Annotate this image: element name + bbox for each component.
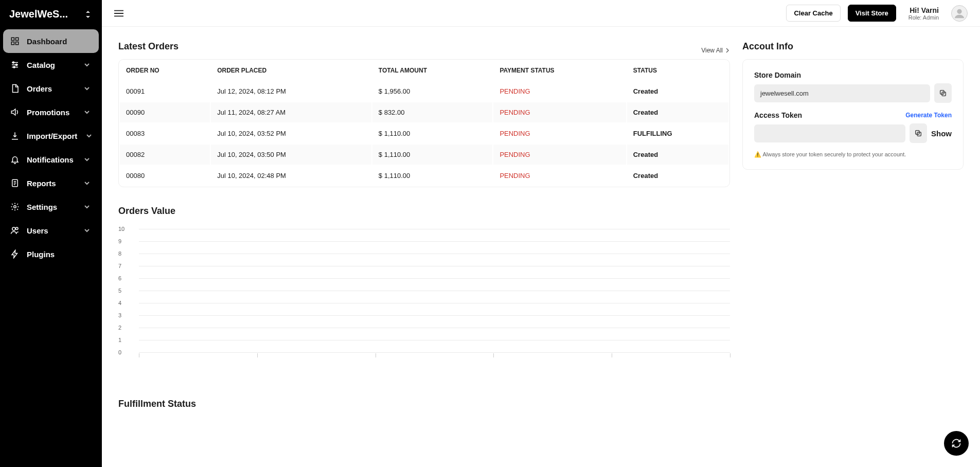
chevron-down-icon: [84, 131, 94, 140]
copy-domain-button[interactable]: [934, 83, 952, 103]
access-token-value: [754, 124, 905, 142]
cell-placed: Jul 10, 2024, 02:48 PM: [211, 166, 371, 186]
chart-gridline: [139, 254, 730, 254]
svg-point-4: [13, 62, 14, 63]
nav-list: DashboardCatalogOrdersPromotionsImport/E…: [3, 29, 99, 266]
sidebar-item-orders[interactable]: Orders: [3, 77, 99, 100]
orders-table: ORDER NOORDER PLACEDTOTAL AMOUNTPAYMENT …: [119, 60, 729, 187]
svg-point-8: [14, 206, 16, 208]
sidebar-item-label: Settings: [27, 203, 57, 211]
cell-order-no: 00082: [120, 145, 210, 165]
cell-payment: PENDING: [493, 145, 626, 165]
cell-payment: PENDING: [493, 166, 626, 186]
generate-token-link[interactable]: Generate Token: [905, 112, 952, 119]
sidebar-item-label: Dashboard: [27, 37, 67, 46]
account-info-card: Store Domain jewelwesell.com Access Toke…: [742, 59, 964, 170]
sidebar-item-label: Import/Export: [27, 132, 77, 140]
cell-amount: $ 832.00: [372, 102, 493, 122]
table-row[interactable]: 00091Jul 12, 2024, 08:12 PM$ 1,956.00PEN…: [120, 81, 728, 101]
chart-gridline: [139, 315, 730, 316]
view-all-link[interactable]: View All: [701, 47, 730, 54]
table-row[interactable]: 00083Jul 10, 2024, 03:52 PM$ 1,110.00PEN…: [120, 123, 728, 143]
dashboard-icon: [10, 37, 20, 46]
cell-order-no: 00090: [120, 102, 210, 122]
speaker-icon: [10, 107, 20, 117]
cell-order-no: 00091: [120, 81, 210, 101]
svg-point-5: [16, 64, 17, 66]
menu-icon[interactable]: [114, 9, 123, 18]
chevron-down-icon: [82, 178, 92, 188]
chevron-down-icon: [82, 60, 92, 69]
bolt-icon: [10, 249, 20, 259]
avatar[interactable]: [951, 5, 968, 22]
main: Clear Cache Visit Store Hi! Varni Role: …: [102, 0, 980, 467]
token-warning: ⚠️ Always store your token securely to p…: [754, 151, 952, 158]
right-column: Accout Info Store Domain jewelwesell.com…: [742, 41, 964, 170]
cell-status: Created: [627, 81, 728, 101]
chart-gridline: [139, 328, 730, 328]
sidebar-item-import-export[interactable]: Import/Export: [3, 124, 99, 148]
cell-status: FULFILLING: [627, 123, 728, 143]
store-domain-value: jewelwesell.com: [754, 84, 930, 102]
left-column: Latest Orders View All ORDER NOORDER PLA…: [118, 41, 730, 409]
sidebar-item-reports[interactable]: Reports: [3, 171, 99, 195]
chart-y-tick: 8: [118, 250, 121, 257]
svg-rect-0: [11, 38, 14, 40]
copy-icon: [914, 129, 922, 137]
visit-store-button[interactable]: Visit Store: [848, 5, 896, 22]
chart-y-tick: 2: [118, 325, 121, 331]
chart-y-tick: 0: [118, 349, 121, 355]
cell-payment: PENDING: [493, 123, 626, 143]
cell-payment: PENDING: [493, 102, 626, 122]
sidebar-item-label: Reports: [27, 179, 56, 188]
orders-value-title: Orders Value: [118, 206, 730, 217]
bell-icon: [10, 155, 20, 164]
chart-x-tick: [376, 353, 376, 357]
orders-value-chart: 012345678910: [118, 224, 730, 357]
table-row[interactable]: 00080Jul 10, 2024, 02:48 PM$ 1,110.00PEN…: [120, 166, 728, 186]
cell-placed: Jul 10, 2024, 03:50 PM: [211, 145, 371, 165]
svg-rect-1: [16, 38, 19, 40]
refresh-fab[interactable]: [944, 431, 969, 456]
sidebar-item-catalog[interactable]: Catalog: [3, 53, 99, 77]
chart-x-tick: [139, 353, 139, 357]
table-row[interactable]: 00082Jul 10, 2024, 03:50 PM$ 1,110.00PEN…: [120, 145, 728, 165]
account-info-title: Accout Info: [742, 41, 964, 52]
column-header: STATUS: [627, 61, 728, 80]
chart-y-tick: 5: [118, 288, 121, 294]
sidebar-item-promotions[interactable]: Promotions: [3, 100, 99, 124]
chart-y-tick: 10: [118, 226, 124, 232]
file-icon: [10, 84, 20, 93]
brand-block[interactable]: JewelWeS...: [3, 4, 99, 29]
access-token-label: Access Token: [754, 111, 802, 119]
sidebar-item-dashboard[interactable]: Dashboard: [3, 29, 99, 53]
sliders-icon: [10, 60, 20, 69]
sidebar-item-users[interactable]: Users: [3, 219, 99, 242]
user-role: Role: Admin: [908, 14, 939, 21]
sidebar-item-label: Notifications: [27, 155, 74, 164]
sidebar-item-label: Plugins: [27, 250, 55, 259]
chart-gridline: [139, 303, 730, 303]
table-row[interactable]: 00090Jul 11, 2024, 08:27 AM$ 832.00PENDI…: [120, 102, 728, 122]
chart-y-tick: 1: [118, 337, 121, 343]
copy-token-button[interactable]: [910, 123, 927, 143]
chart-gridline: [139, 241, 730, 242]
clear-cache-button[interactable]: Clear Cache: [786, 5, 840, 22]
chevron-down-icon: [82, 202, 92, 211]
sidebar-item-label: Promotions: [27, 108, 69, 117]
chart-gridline: [139, 278, 730, 279]
cell-order-no: 00083: [120, 123, 210, 143]
topbar: Clear Cache Visit Store Hi! Varni Role: …: [102, 0, 980, 27]
gear-icon: [10, 202, 20, 211]
show-token-button[interactable]: Show: [931, 129, 952, 138]
sidebar-item-label: Catalog: [27, 61, 55, 69]
cell-status: Created: [627, 102, 728, 122]
sidebar: JewelWeS... DashboardCatalogOrdersPromot…: [0, 0, 102, 467]
sidebar-item-plugins[interactable]: Plugins: [3, 242, 99, 266]
sidebar-item-settings[interactable]: Settings: [3, 195, 99, 219]
store-domain-label: Store Domain: [754, 71, 952, 79]
sidebar-item-notifications[interactable]: Notifications: [3, 148, 99, 171]
sidebar-item-label: Orders: [27, 84, 52, 93]
svg-point-11: [957, 9, 961, 13]
chart-gridline: [139, 340, 730, 340]
